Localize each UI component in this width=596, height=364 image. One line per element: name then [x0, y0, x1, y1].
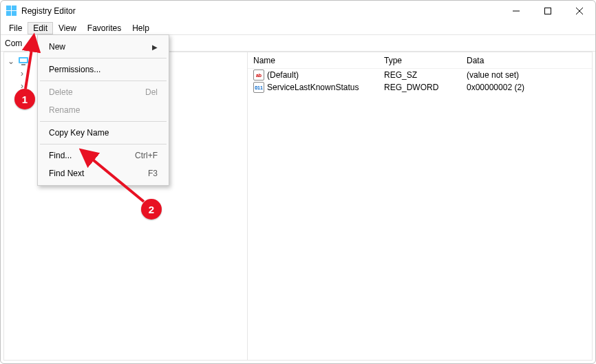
menu-item-label: Delete	[49, 87, 73, 97]
menubar: File Edit View Favorites Help	[1, 21, 595, 35]
submenu-arrow-icon: ▶	[152, 43, 158, 51]
window-title: Registry Editor	[21, 6, 500, 16]
svg-rect-2	[6, 11, 11, 16]
list-view[interactable]: Name Type Data ab(Default)REG_SZ(value n…	[248, 52, 593, 361]
value-name: (Default)	[267, 70, 299, 80]
list-header: Name Type Data	[248, 52, 592, 69]
expand-icon[interactable]: ⌄	[7, 56, 15, 66]
menu-favorites[interactable]: Favorites	[82, 22, 127, 34]
svg-rect-10	[21, 64, 25, 65]
list-row[interactable]: ab(Default)REG_SZ(value not set)	[248, 69, 592, 81]
menu-item-delete: Delete Del	[39, 83, 167, 101]
expand-collapsed-icon[interactable]: ›	[18, 69, 26, 78]
menu-separator	[40, 58, 167, 58]
menu-item-find[interactable]: Find... Ctrl+F	[39, 147, 167, 164]
menu-separator	[40, 144, 167, 144]
menu-separator	[40, 81, 167, 81]
menu-file[interactable]: File	[3, 22, 28, 34]
value-dw-icon: 011	[253, 82, 264, 93]
svg-rect-1	[12, 6, 17, 10]
svg-rect-0	[6, 6, 11, 10]
maximize-button[interactable]	[532, 1, 564, 21]
value-sz-icon: ab	[253, 69, 264, 81]
menu-view[interactable]: View	[53, 22, 82, 34]
menu-help[interactable]: Help	[127, 22, 155, 34]
menu-shortcut: Ctrl+F	[135, 151, 158, 160]
app-icon	[6, 6, 17, 17]
list-row[interactable]: 011ServiceLastKnownStatusREG_DWORD0x0000…	[248, 81, 592, 94]
menu-item-label: New	[49, 42, 65, 52]
menu-item-rename: Rename	[39, 101, 167, 119]
address-text: Com	[5, 39, 22, 48]
value-type: REG_DWORD	[379, 83, 461, 92]
value-type: REG_SZ	[379, 70, 461, 80]
menu-item-find-next[interactable]: Find Next F3	[39, 164, 167, 182]
menu-shortcut: F3	[148, 169, 158, 178]
computer-icon	[18, 56, 29, 67]
menu-item-label: Find...	[49, 151, 72, 160]
column-header-name[interactable]: Name	[248, 56, 379, 65]
menu-item-label: Find Next	[49, 169, 84, 178]
value-data: 0x00000002 (2)	[461, 83, 592, 92]
column-header-data[interactable]: Data	[461, 56, 592, 65]
titlebar: Registry Editor	[1, 1, 595, 21]
value-data: (value not set)	[461, 70, 592, 80]
edit-dropdown-menu: New ▶ Permissions... Delete Del Rename C…	[37, 34, 169, 186]
column-header-type[interactable]: Type	[379, 56, 461, 65]
close-button[interactable]	[564, 1, 595, 21]
value-name: ServiceLastKnownStatus	[267, 83, 359, 92]
menu-item-label: Permissions...	[49, 65, 100, 74]
window-controls	[500, 1, 595, 21]
minimize-button[interactable]	[500, 1, 532, 21]
svg-rect-9	[20, 58, 27, 62]
menu-item-copy-key-name[interactable]: Copy Key Name	[39, 124, 167, 142]
expand-collapsed-icon[interactable]: ›	[18, 81, 26, 91]
menu-item-permissions[interactable]: Permissions...	[39, 61, 167, 78]
menu-edit[interactable]: Edit	[28, 22, 53, 34]
menu-separator	[40, 121, 167, 122]
menu-shortcut: Del	[145, 87, 158, 97]
menu-item-label: Rename	[49, 105, 80, 115]
svg-rect-5	[545, 8, 551, 14]
svg-rect-3	[12, 11, 17, 16]
menu-item-new[interactable]: New ▶	[39, 38, 167, 56]
menu-item-label: Copy Key Name	[49, 128, 109, 138]
